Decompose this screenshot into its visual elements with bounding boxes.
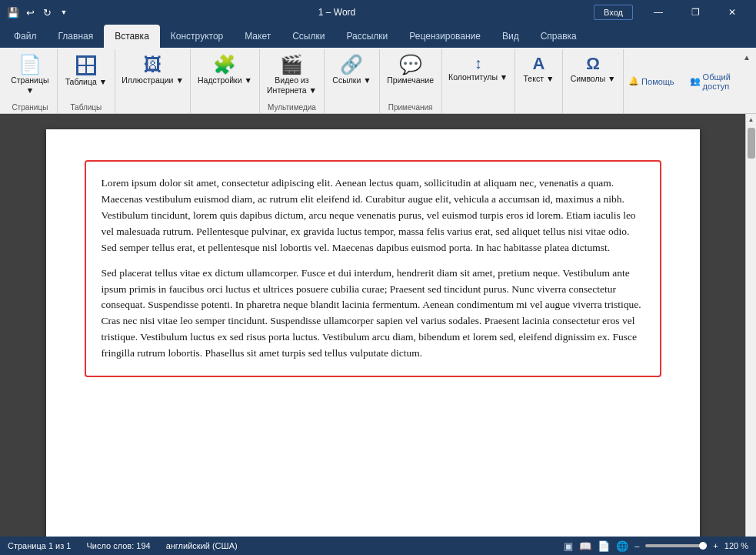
window-title: 1 – Word	[80, 7, 594, 18]
share-label: Общий доступ	[703, 72, 742, 91]
symbols-button[interactable]: Ω Символы ▼	[566, 52, 621, 87]
pages-group-items: 📄 Страницы▼	[6, 52, 53, 102]
hf-button[interactable]: ↕ Колонтитулы ▼	[444, 52, 512, 85]
comment-label: Примечание	[387, 75, 434, 85]
symbols-group-items: Ω Символы ▼	[566, 52, 621, 110]
tab-help[interactable]: Справка	[530, 25, 588, 48]
comments-group-label: Примечания	[388, 102, 433, 112]
read-mode-icon[interactable]: 📖	[579, 540, 591, 552]
text-label: Текст ▼	[524, 74, 555, 84]
scroll-up-arrow[interactable]: ▲	[746, 114, 757, 125]
collapse-ribbon-button[interactable]: ▲	[741, 51, 753, 63]
redo-icon[interactable]: ↻	[40, 5, 54, 19]
hf-icon: ↕	[475, 55, 482, 71]
addins-group-items: 🧩 Надстройки ▼	[193, 52, 257, 110]
hf-label: Колонтитулы ▼	[448, 72, 508, 82]
document-page: Lorem ipsum dolor sit amet, consectetur …	[46, 129, 700, 537]
hf-group-items: ↕ Колонтитулы ▼	[444, 52, 512, 110]
addins-label: Надстройки ▼	[198, 75, 252, 85]
video-label: Видео изИнтернета ▼	[267, 75, 317, 95]
tab-mailings[interactable]: Рассылки	[335, 25, 398, 48]
paragraph-1: Lorem ipsum dolor sit amet, consectetur …	[102, 176, 644, 256]
ribbon-group-pages: 📄 Страницы▼ Страницы	[3, 49, 58, 113]
scroll-thumb[interactable]	[748, 128, 755, 159]
pages-group-label: Страницы	[12, 102, 48, 112]
ribbon-tabs: Файл Главная Вставка Конструктор Макет С…	[0, 25, 756, 48]
pages-label: Страницы▼	[11, 75, 48, 95]
tab-review[interactable]: Рецензирование	[398, 25, 491, 48]
close-button[interactable]: ✕	[714, 0, 750, 25]
tab-design[interactable]: Конструктор	[160, 25, 234, 48]
ribbon-group-media: 🎬 Видео изИнтернета ▼ Мультимедиа	[260, 49, 325, 113]
table-label: Таблица ▼	[65, 77, 107, 87]
word-count: Число слов: 194	[86, 541, 150, 550]
pages-icon: 📄	[18, 55, 42, 74]
comments-group-items: 💬 Примечание	[382, 52, 438, 102]
text-icon: A	[532, 55, 545, 72]
restore-button[interactable]: ❐	[678, 0, 713, 25]
addins-button[interactable]: 🧩 Надстройки ▼	[193, 52, 257, 89]
tab-file[interactable]: Файл	[3, 25, 48, 48]
zoom-thumb	[699, 542, 707, 550]
table-icon	[76, 55, 96, 75]
pages-button[interactable]: 📄 Страницы▼	[6, 52, 53, 98]
ribbon-group-addins: 🧩 Надстройки ▼	[191, 49, 260, 113]
symbols-label: Символы ▼	[571, 74, 616, 84]
zoom-slider[interactable]	[645, 544, 707, 547]
text-button[interactable]: A Текст ▼	[519, 52, 559, 87]
help-icon: 🔔	[628, 76, 639, 86]
status-bar: Страница 1 из 1 Число слов: 194 английск…	[0, 537, 756, 555]
help-link[interactable]: 🔔 Помощь	[624, 75, 679, 88]
video-icon: 🎬	[280, 55, 303, 74]
tab-references[interactable]: Ссылки	[281, 25, 335, 48]
help-label: Помощь	[641, 77, 674, 86]
share-link[interactable]: 👥 Общий доступ	[685, 71, 747, 92]
ribbon-toolbar: 📄 Страницы▼ Страницы Таблица ▼ Таблицы	[0, 48, 756, 114]
text-group-items: A Текст ▼	[519, 52, 559, 110]
minimize-button[interactable]: —	[641, 0, 676, 25]
quick-access-toolbar: 💾 ↩ ↻ ▼	[6, 5, 71, 19]
illustrations-label: Иллюстрации ▼	[122, 75, 183, 85]
ribbon-group-symbols: Ω Символы ▼	[563, 49, 624, 113]
ribbon-help: 🔔 Помощь 👥 Общий доступ	[624, 49, 753, 113]
video-button[interactable]: 🎬 Видео изИнтернета ▼	[262, 52, 321, 98]
comment-icon: 💬	[399, 55, 422, 74]
zoom-minus[interactable]: –	[634, 541, 639, 550]
status-bar-right: ▣ 📖 📄 🌐 – + 120 %	[564, 540, 748, 552]
illustrations-icon: 🖼	[144, 55, 162, 74]
tables-group-items: Таблица ▼	[61, 52, 112, 102]
print-layout-icon[interactable]: 📄	[598, 540, 610, 552]
tab-layout[interactable]: Макет	[234, 25, 281, 48]
ribbon-group-tables: Таблица ▼ Таблицы	[58, 49, 115, 113]
save-icon[interactable]: 💾	[6, 5, 20, 19]
media-group-label: Мультимедиа	[268, 102, 316, 112]
links-icon: 🔗	[340, 55, 363, 74]
vertical-scrollbar[interactable]: ▲	[745, 114, 756, 537]
tab-home[interactable]: Главная	[48, 25, 105, 48]
ribbon-group-hf: ↕ Колонтитулы ▼	[442, 49, 515, 113]
symbols-icon: Ω	[586, 55, 600, 72]
tab-insert[interactable]: Вставка	[104, 25, 160, 48]
links-button[interactable]: 🔗 Ссылки ▼	[328, 52, 375, 89]
more-icon[interactable]: ▼	[57, 5, 71, 19]
tables-group-label: Таблицы	[70, 102, 102, 112]
tab-view[interactable]: Вид	[491, 25, 530, 48]
web-view-icon[interactable]: 🌐	[616, 540, 628, 552]
layout-icon[interactable]: ▣	[564, 540, 573, 552]
document-area: Lorem ipsum dolor sit amet, consectetur …	[0, 114, 745, 537]
title-bar: 💾 ↩ ↻ ▼ 1 – Word Вход — ❐ ✕	[0, 0, 756, 25]
ribbon-group-comments: 💬 Примечание Примечания	[380, 49, 442, 113]
illustrations-group-items: 🖼 Иллюстрации ▼	[117, 52, 188, 110]
undo-icon[interactable]: ↩	[23, 5, 37, 19]
table-button[interactable]: Таблица ▼	[61, 52, 112, 90]
illustrations-button[interactable]: 🖼 Иллюстрации ▼	[117, 52, 188, 89]
zoom-plus[interactable]: +	[713, 541, 718, 550]
text-box[interactable]: Lorem ipsum dolor sit amet, consectetur …	[85, 160, 661, 377]
paragraph-2: Sed placerat tellus vitae ex dictum ulla…	[102, 266, 644, 363]
links-group-items: 🔗 Ссылки ▼	[328, 52, 375, 110]
document-wrapper: Lorem ipsum dolor sit amet, consectetur …	[0, 114, 756, 537]
ribbon-group-illustrations: 🖼 Иллюстрации ▼	[115, 49, 191, 113]
comment-button[interactable]: 💬 Примечание	[382, 52, 438, 89]
login-button[interactable]: Вход	[594, 5, 633, 20]
language: английский (США)	[166, 541, 238, 550]
